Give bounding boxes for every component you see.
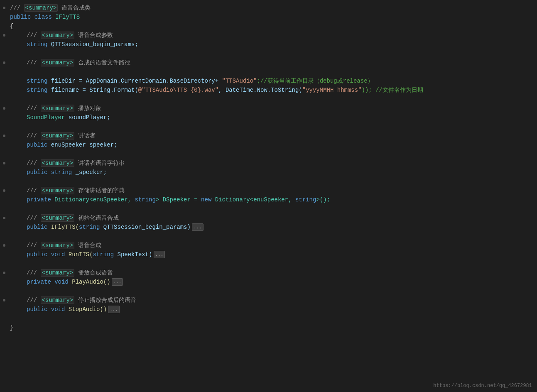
collapse-button[interactable]: ... bbox=[112, 278, 123, 286]
token: > DSpeeker = bbox=[156, 196, 201, 203]
token: /// bbox=[27, 160, 41, 167]
collapse-button[interactable]: ... bbox=[154, 251, 165, 258]
code-line: /// <summary> 语音合成参数 bbox=[0, 31, 537, 40]
line-gutter bbox=[0, 299, 8, 301]
summary-tag: <summary> bbox=[41, 296, 75, 304]
token: , DateTime.Now.ToString( bbox=[218, 87, 302, 93]
line-gutter bbox=[0, 107, 8, 110]
token: void bbox=[54, 279, 69, 285]
line-content: string filename = String.Format(@"TTSAud… bbox=[8, 86, 537, 94]
token: string bbox=[27, 87, 47, 93]
code-container: /// <summary> 语音合成类public class IFlyTTS{… bbox=[0, 0, 537, 336]
token: @"TTSAudio\TTS {0}.wav" bbox=[138, 87, 218, 93]
token: /// bbox=[27, 187, 41, 194]
token: SoundPlayer bbox=[27, 114, 65, 121]
code-line bbox=[0, 67, 537, 76]
line-gutter bbox=[0, 189, 8, 192]
line-gutter bbox=[0, 34, 8, 37]
token: filename = String.Format( bbox=[47, 87, 138, 93]
token: QTTSsession_begin_params; bbox=[47, 41, 138, 48]
code-line: /// <summary> 合成的语音文件路径 bbox=[0, 58, 537, 67]
code-line: public string _speeker; bbox=[0, 168, 537, 177]
code-line: string filename = String.Format(@"TTSAud… bbox=[0, 86, 537, 95]
token: public bbox=[27, 306, 47, 313]
summary-tag: <summary> bbox=[41, 187, 75, 194]
collapse-button[interactable]: ... bbox=[192, 223, 204, 231]
token: >(); bbox=[316, 196, 330, 203]
code-line: /// <summary> 初始化语音合成 bbox=[0, 213, 537, 223]
token: /// bbox=[27, 270, 41, 276]
token: /// bbox=[27, 242, 41, 249]
line-gutter bbox=[0, 135, 8, 137]
code-line bbox=[0, 95, 537, 104]
line-content bbox=[8, 206, 537, 212]
token: new bbox=[201, 196, 211, 203]
collapse-button[interactable]: ... bbox=[108, 306, 120, 313]
token: string bbox=[295, 196, 316, 203]
token bbox=[47, 169, 51, 176]
token: 播放合成语音 bbox=[74, 270, 113, 276]
line-gutter bbox=[0, 162, 8, 164]
token: string bbox=[27, 78, 47, 84]
line-content: /// <summary> 语音合成 bbox=[8, 242, 537, 249]
token: RunTTS( bbox=[65, 251, 93, 258]
token: /// bbox=[27, 132, 41, 139]
token: string bbox=[79, 224, 100, 230]
token: void bbox=[51, 251, 65, 258]
line-content bbox=[8, 315, 537, 322]
token: 存储讲话者的字典 bbox=[74, 187, 124, 194]
line-content: private void PlayAudio()... bbox=[8, 278, 537, 286]
line-gutter bbox=[0, 217, 8, 219]
line-content: /// <summary> 合成的语音文件路径 bbox=[8, 59, 537, 66]
token: QTTSsession_begin_params) bbox=[100, 224, 190, 230]
token: "TTSAudio" bbox=[222, 78, 257, 84]
token: _speeker; bbox=[72, 169, 107, 176]
line-content: /// <summary> 播放对象 bbox=[8, 105, 537, 112]
token: "yyyyMMHH hhmmss" bbox=[302, 87, 362, 93]
code-line: /// <summary> 讲话者语音字符串 bbox=[0, 159, 537, 168]
token: class bbox=[34, 14, 52, 20]
code-line bbox=[0, 149, 537, 159]
line-content: } bbox=[8, 324, 537, 331]
code-line: /// <summary> 播放对象 bbox=[0, 104, 537, 113]
line-content: public void RunTTS(string SpeekText)... bbox=[8, 251, 537, 258]
code-line: public enuSpeeker speeker; bbox=[0, 140, 537, 149]
code-line: /// <summary> 存储讲话者的字典 bbox=[0, 186, 537, 195]
token: string bbox=[135, 196, 155, 203]
code-line bbox=[0, 232, 537, 241]
line-gutter bbox=[0, 272, 8, 274]
line-content: SoundPlayer soundPlayer; bbox=[8, 114, 537, 121]
line-content: /// <summary> 初始化语音合成 bbox=[8, 214, 537, 222]
code-line: string QTTSsession_begin_params; bbox=[0, 40, 537, 49]
token: string bbox=[93, 251, 114, 258]
token: public bbox=[27, 251, 47, 258]
token bbox=[47, 251, 51, 258]
token: Dictionary<enuSpeeker, bbox=[211, 196, 295, 203]
token: PlayAudio() bbox=[69, 279, 110, 285]
token: fileDir = AppDomain.CurrentDomain.BaseDi… bbox=[47, 78, 222, 84]
code-line: /// <summary> 播放合成语音 bbox=[0, 268, 537, 277]
token: string bbox=[27, 41, 47, 48]
token: /// bbox=[27, 297, 41, 304]
token: /// bbox=[27, 105, 41, 112]
token: 讲话者语音字符串 bbox=[74, 160, 124, 167]
code-line: } bbox=[0, 323, 537, 332]
token bbox=[31, 14, 34, 20]
line-gutter bbox=[0, 7, 8, 9]
code-line: /// <summary> 停止播放合成后的语音 bbox=[0, 296, 537, 305]
token: void bbox=[51, 306, 65, 313]
line-content: private Dictionary<enuSpeeker, string> D… bbox=[8, 196, 537, 203]
token: public bbox=[27, 169, 47, 176]
token: StopAudio() bbox=[65, 306, 107, 313]
token: 播放对象 bbox=[74, 105, 101, 112]
line-content bbox=[8, 288, 537, 294]
code-line: /// <summary> 讲话者 bbox=[0, 131, 537, 140]
code-line: public void RunTTS(string SpeekText)... bbox=[0, 250, 537, 259]
summary-tag: <summary> bbox=[41, 32, 75, 39]
token: } bbox=[10, 324, 13, 331]
token: IFlyTTS bbox=[52, 14, 80, 20]
token: SpeekText) bbox=[114, 251, 152, 258]
code-line bbox=[0, 259, 537, 268]
line-content: /// <summary> 存储讲话者的字典 bbox=[8, 187, 537, 194]
line-content: string fileDir = AppDomain.CurrentDomain… bbox=[8, 77, 537, 85]
